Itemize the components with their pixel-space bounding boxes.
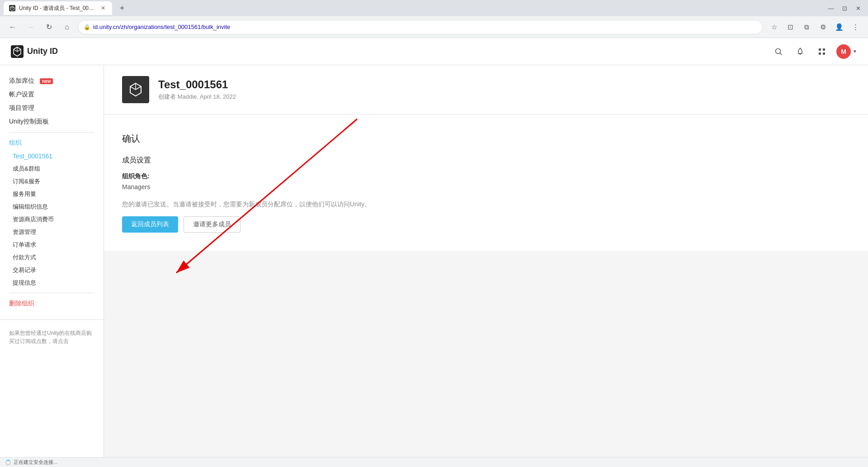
tab-close-button[interactable]: ✕ [99,5,107,12]
org-header-card: Test_0001561 创建者 Maddie, April 18, 2022 [104,65,868,114]
split-screen-button[interactable]: ⧉ [799,20,814,34]
tab-favicon [9,5,15,11]
sidebar-divider-1 [9,132,94,133]
address-url: id.unity.cn/zh/organizations/test_000156… [93,24,757,30]
sidebar-item-service-usage[interactable]: 服务用量 [0,188,104,200]
logo-area: Unity ID [11,45,58,58]
bookmark-star-button[interactable]: ☆ [767,20,781,34]
window-maximize-button[interactable]: ⊡ [838,2,851,14]
sidebar-item-account-settings[interactable]: 帐户设置 [0,88,104,101]
confirmation-title: 确认 [122,133,850,145]
browser-toolbar: ← → ↻ ⌂ 🔒 id.unity.cn/zh/organizations/t… [0,16,868,38]
sidebar-item-unity-dashboard[interactable]: Unity控制面板 [0,115,104,129]
back-button[interactable]: ← [5,20,20,34]
sidebar-item-edit-org[interactable]: 编辑组织信息 [0,200,104,213]
logo-text: Unity ID [27,47,58,56]
org-logo-icon [127,81,144,98]
svg-line-3 [780,53,782,55]
search-icon [774,48,783,56]
nav-actions: M ▼ [771,44,857,59]
svg-rect-8 [823,52,825,55]
toolbar-actions: ☆ ⊡ ⧉ ⚙ 👤 ⋮ [767,20,863,34]
sidebar-item-order-requests[interactable]: 订单请求 [0,238,104,251]
org-role-value: Managers [122,183,850,191]
back-to-members-button[interactable]: 返回成员列表 [122,216,178,233]
new-tab-button[interactable]: + [116,2,128,14]
sidebar-item-delete-org[interactable]: 删除组织 [0,297,104,310]
main-layout: 添加席位 new 帐户设置 项目管理 Unity控制面板 组织 Test_00 [0,65,868,457]
browser-window: Unity ID - 邀请成员 - Test_000... ✕ + — ⊡ ✕ … [0,0,868,467]
sidebar-item-asset-management[interactable]: 资源管理 [0,226,104,238]
org-name: Test_0001561 [158,78,236,91]
page-content: Unity ID M [0,38,868,457]
org-logo [122,76,149,103]
tab-title: Unity ID - 邀请成员 - Test_000... [19,5,96,12]
status-text: 正在建立安全连接... [14,459,57,466]
sidebar-item-subscriptions[interactable]: 订阅&服务 [0,175,104,188]
action-buttons: 返回成员列表 邀请更多成员 [122,216,850,233]
invitation-sent-text: 您的邀请已发送。当邀请被接受时，您需要为新成员分配席位，以便他们可以访问Unit… [122,200,850,209]
sidebar-item-project-management[interactable]: 项目管理 [0,101,104,115]
home-button[interactable]: ⌂ [60,20,74,34]
address-bar[interactable]: 🔒 id.unity.cn/zh/organizations/test_0001… [78,20,763,34]
sidebar-item-asset-store-credits[interactable]: 资源商店消费币 [0,213,104,226]
status-bar: 正在建立安全连接... [0,457,868,467]
sidebar-item-payment-methods[interactable]: 付款方式 [0,251,104,264]
sidebar-item-add-seat[interactable]: 添加席位 new [0,74,104,88]
user-menu[interactable]: M ▼ [836,44,857,59]
cast-button[interactable]: ⊡ [783,20,797,34]
svg-rect-5 [819,48,821,51]
unity-logo-icon [11,45,24,58]
new-badge: new [40,78,53,84]
svg-rect-7 [819,52,821,55]
apps-icon [818,48,826,56]
extensions-button[interactable]: ⚙ [816,20,830,34]
top-nav: Unity ID M [0,38,868,65]
menu-button[interactable]: ⋮ [848,20,863,34]
reload-button[interactable]: ↻ [42,20,56,34]
invite-more-button[interactable]: 邀请更多成员 [184,216,241,233]
sidebar: 添加席位 new 帐户设置 项目管理 Unity控制面板 组织 Test_00 [0,65,104,457]
notification-icon [796,48,804,56]
sidebar-divider-2 [9,293,94,293]
ssl-lock-icon: 🔒 [84,24,90,30]
window-close-button[interactable]: ✕ [852,2,864,14]
browser-titlebar: Unity ID - 邀请成员 - Test_000... ✕ + — ⊡ ✕ [0,0,868,16]
sidebar-item-withdrawal-info[interactable]: 提现信息 [0,276,104,289]
sidebar-org-section-label: 组织 [0,136,104,150]
content-right: Test_0001561 创建者 Maddie, April 18, 2022 [104,65,868,457]
org-info: Test_0001561 创建者 Maddie, April 18, 2022 [158,78,236,101]
sidebar-item-org-name[interactable]: Test_0001561 [0,150,104,162]
browser-tab-active[interactable]: Unity ID - 邀请成员 - Test_000... ✕ [4,1,112,15]
svg-rect-6 [823,48,825,51]
notification-button[interactable] [793,44,807,59]
window-minimize-button[interactable]: — [825,2,837,14]
profile-button[interactable]: 👤 [832,20,846,34]
forward-button[interactable]: → [24,20,38,34]
org-role-label: 组织角色: [122,172,850,181]
user-avatar: M [836,44,851,59]
chevron-down-icon: ▼ [853,49,857,54]
sidebar-footer: 如果您曾经通过Unity的在线商店购买过订阅或点数，请点击 [0,319,104,354]
sidebar-item-transaction-records[interactable]: 交易记录 [0,264,104,276]
sidebar-item-members-groups[interactable]: 成员&群组 [0,162,104,175]
member-settings-title: 成员设置 [122,156,850,165]
apps-button[interactable] [815,44,829,59]
main-content: 确认 成员设置 组织角色: Managers 您的邀请已发送。当邀请被接受时，您… [104,114,868,251]
loading-spinner [5,460,11,465]
search-button[interactable] [771,44,786,59]
org-meta: 创建者 Maddie, April 18, 2022 [158,93,236,101]
annotation-container: 确认 成员设置 组织角色: Managers 您的邀请已发送。当邀请被接受时，您… [104,114,868,457]
